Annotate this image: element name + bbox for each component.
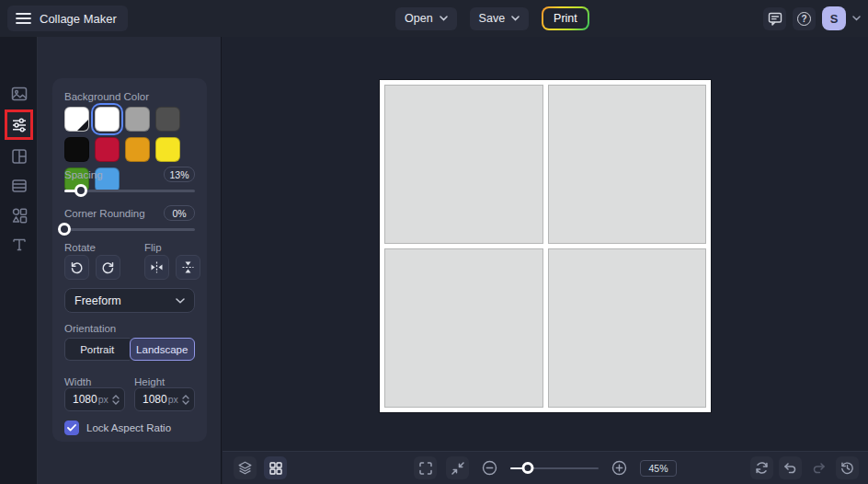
sidebar-item-templates[interactable]: [0, 173, 38, 199]
shuffle-refresh-button[interactable]: [750, 456, 773, 479]
corner-rounding-slider[interactable]: [64, 223, 195, 236]
rotate-label: Rotate: [64, 242, 96, 253]
spacing-value: 13%: [164, 167, 195, 182]
undo-icon: [782, 460, 798, 476]
sidebar-item-text[interactable]: [0, 232, 38, 258]
zoom-slider[interactable]: [510, 462, 599, 475]
color-swatch-dark-gray[interactable]: [155, 107, 180, 132]
corner-rounding-slider-handle[interactable]: [58, 223, 71, 236]
lock-aspect-ratio-row[interactable]: Lock Aspect Ratio: [64, 421, 171, 435]
chevron-down-icon: [176, 298, 185, 304]
sidebar-item-elements[interactable]: [0, 202, 38, 228]
rotate-left-button[interactable]: [64, 255, 89, 280]
color-swatch-custom-picker[interactable]: [64, 107, 89, 132]
app-title: Collage Maker: [40, 12, 117, 26]
customize-panel: Customize i Background Color Spacing 13%: [38, 37, 222, 484]
chevron-down-icon: [440, 16, 448, 21]
redo-button[interactable]: [807, 456, 830, 479]
image-icon: [10, 85, 29, 103]
orientation-toggle: Portrait Landscape: [64, 338, 195, 361]
layout-type-select[interactable]: Freeform: [64, 288, 195, 313]
fold-corner-icon: [77, 120, 88, 131]
collage-cell-1[interactable]: [384, 85, 543, 244]
adjustments-icon: [10, 116, 29, 134]
height-stepper[interactable]: [182, 395, 189, 405]
collage-canvas[interactable]: [380, 80, 711, 412]
sidebar-item-images[interactable]: [0, 81, 38, 107]
flip-vertical-icon: [181, 260, 195, 274]
print-button-highlight: Print: [542, 6, 589, 30]
lock-aspect-ratio-label: Lock Aspect Ratio: [86, 422, 171, 433]
avatar[interactable]: S: [822, 6, 846, 30]
customize-card: Background Color Spacing 13%: [52, 78, 207, 442]
bottom-toolbar: 45%: [223, 451, 868, 484]
chevron-down-icon: [511, 16, 520, 21]
sidebar-item-layouts[interactable]: [0, 144, 38, 169]
color-swatch-red[interactable]: [95, 137, 120, 162]
flip-horizontal-button[interactable]: [144, 255, 169, 280]
flip-label: Flip: [144, 242, 162, 253]
orientation-landscape-button[interactable]: Landscape: [130, 338, 196, 361]
fullscreen-button[interactable]: [414, 456, 437, 479]
collapse-icon: [451, 461, 465, 476]
flip-horizontal-icon: [150, 260, 164, 274]
print-button[interactable]: Print: [543, 8, 588, 29]
flip-vertical-button[interactable]: [176, 255, 200, 280]
open-button[interactable]: Open: [395, 7, 457, 30]
top-bar: Collage Maker Open Save Print: [0, 0, 868, 37]
width-input[interactable]: 1080 px: [64, 387, 125, 411]
hamburger-icon: [16, 12, 31, 25]
shapes-icon: [10, 206, 29, 225]
help-button[interactable]: ?: [793, 7, 816, 30]
lock-aspect-ratio-checkbox[interactable]: [64, 421, 79, 435]
color-swatch-gray[interactable]: [125, 107, 150, 132]
color-swatch-white[interactable]: [95, 107, 120, 132]
rotate-ccw-icon: [70, 260, 84, 274]
sync-icon: [754, 460, 770, 476]
zoom-out-button[interactable]: [478, 456, 501, 479]
background-color-label: Background Color: [64, 91, 149, 102]
rotate-cw-icon: [101, 260, 115, 274]
orientation-portrait-button[interactable]: Portrait: [64, 338, 130, 361]
plus-circle-icon: [611, 460, 627, 476]
zoom-in-button[interactable]: [608, 456, 631, 479]
collage-cell-4[interactable]: [548, 248, 707, 408]
collage-cell-2[interactable]: [548, 85, 707, 244]
spacing-slider[interactable]: [64, 184, 195, 197]
width-label: Width: [64, 376, 91, 387]
layout-icon: [10, 147, 29, 166]
rotate-right-button[interactable]: [96, 255, 120, 280]
zoom-slider-handle[interactable]: [522, 462, 534, 474]
collage-cell-3[interactable]: [384, 248, 543, 408]
height-label: Height: [134, 376, 165, 387]
tool-rail: [0, 37, 38, 484]
corner-rounding-label: Corner Rounding: [64, 208, 145, 219]
height-input[interactable]: 1080 px: [134, 387, 195, 411]
width-stepper[interactable]: [112, 395, 120, 405]
color-swatch-orange[interactable]: [125, 137, 150, 162]
color-swatch-black[interactable]: [64, 137, 89, 162]
text-icon: [10, 236, 29, 254]
zoom-level-value[interactable]: 45%: [640, 460, 677, 477]
spacing-label: Spacing: [64, 169, 103, 180]
undo-button[interactable]: [779, 456, 802, 479]
orientation-label: Orientation: [64, 323, 116, 334]
canvas-area: [223, 37, 868, 451]
account-chevron-down-icon[interactable]: [852, 16, 861, 21]
sidebar-item-customize[interactable]: [0, 112, 38, 138]
history-icon: [839, 460, 855, 476]
expand-icon: [418, 461, 433, 476]
color-swatch-yellow[interactable]: [155, 137, 180, 162]
redo-icon: [811, 460, 827, 476]
save-button[interactable]: Save: [470, 7, 530, 30]
feedback-icon: [768, 11, 782, 26]
fit-to-screen-button[interactable]: [446, 456, 469, 479]
minus-circle-icon: [482, 460, 497, 476]
feedback-button[interactable]: [763, 7, 786, 30]
history-button[interactable]: [836, 456, 859, 479]
main-menu-button[interactable]: Collage Maker: [7, 6, 128, 31]
collage-maker-app: Collage Maker Open Save Print: [0, 0, 868, 484]
rows-icon: [10, 177, 29, 195]
help-icon: ?: [797, 12, 811, 26]
spacing-slider-handle[interactable]: [74, 184, 87, 197]
